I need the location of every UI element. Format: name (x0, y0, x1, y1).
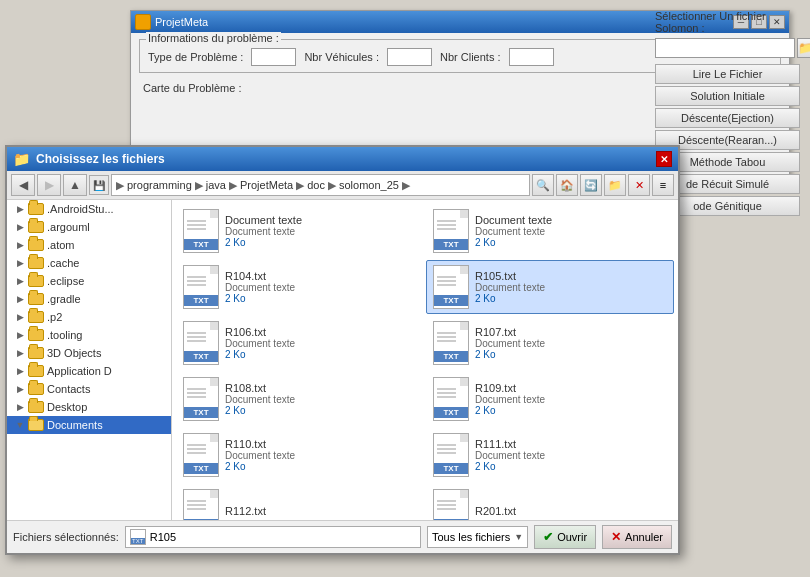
cancel-label: Annuler (625, 531, 663, 543)
nbr-vehicles-label: Nbr Véhicules : (304, 51, 379, 63)
file-icon-r106: TXT (183, 321, 219, 365)
list-item-r104[interactable]: TXT R104.txt Document texte 2 Ko (176, 260, 424, 314)
sidebar-item-argouml[interactable]: ▶ .argouml (7, 218, 171, 236)
main-window-icon (135, 14, 151, 30)
sidebar-item-tooling[interactable]: ▶ .tooling (7, 326, 171, 344)
list-item[interactable]: TXT Document texte Document texte 2 Ko (176, 204, 424, 258)
file-grid: TXT Document texte Document texte 2 Ko T… (176, 204, 674, 520)
selected-file-icon: TXT (130, 529, 146, 545)
path-doc: doc (307, 179, 325, 191)
filter-arrow: ▼ (514, 532, 523, 542)
file-icon-r105: TXT (433, 265, 469, 309)
sidebar-item-3dobjects[interactable]: ▶ 3D Objects (7, 344, 171, 362)
sidebar-item-gradle[interactable]: ▶ .gradle (7, 290, 171, 308)
nbr-vehicles-input[interactable] (387, 48, 432, 66)
forward-btn[interactable]: ▶ (37, 174, 61, 196)
open-button[interactable]: ✔ Ouvrir (534, 525, 596, 549)
list-item-r201[interactable]: TXT R201.txt (426, 484, 674, 520)
browse-folder-btn[interactable]: 📁 (797, 38, 810, 58)
file-icon-r201: TXT (433, 489, 469, 520)
home-btn[interactable]: 🏠 (556, 174, 578, 196)
path-java: java (206, 179, 226, 191)
sidebar-item-contacts[interactable]: ▶ Contacts (7, 380, 171, 398)
file-icon-r109: TXT (433, 377, 469, 421)
dialog-bottom: Fichiers sélectionnés: TXT R105 Tous les… (7, 520, 678, 553)
file-icon-r104: TXT (183, 265, 219, 309)
file-icon-r110: TXT (183, 433, 219, 477)
main-window-title: ProjetMeta (155, 16, 208, 28)
list-item-r108[interactable]: TXT R108.txt Document texte 2 Ko (176, 372, 424, 426)
file-dialog-title: Choisissez les fichiers (36, 152, 165, 166)
file-icon: TXT (433, 209, 469, 253)
folder-icon (28, 347, 44, 359)
right-panel-label: Sélectionner Un fichier Solomon : (655, 10, 800, 34)
dialog-toolbar: ◀ ▶ ▲ 💾 ▶ programming ▶ java ▶ ProjetMet… (7, 171, 678, 200)
sidebar-item-eclipse[interactable]: ▶ .eclipse (7, 272, 171, 290)
solomon-file-input[interactable] (655, 38, 795, 58)
type-input[interactable] (251, 48, 296, 66)
lire-fichier-btn[interactable]: Lire Le Fichier (655, 64, 800, 84)
back-btn[interactable]: ◀ (11, 174, 35, 196)
problem-legend: Informations du problème : (146, 32, 281, 44)
up-btn[interactable]: ▲ (63, 174, 87, 196)
view-btn[interactable]: ≡ (652, 174, 674, 196)
list-item[interactable]: TXT Document texte Document texte 2 Ko (426, 204, 674, 258)
folder-icon-open (28, 419, 44, 431)
list-item-r106[interactable]: TXT R106.txt Document texte 2 Ko (176, 316, 424, 370)
list-item-r111[interactable]: TXT R111.txt Document texte 2 Ko (426, 428, 674, 482)
filter-label: Tous les fichiers (432, 531, 510, 543)
list-item-r112[interactable]: TXT R112.txt (176, 484, 424, 520)
path-solomon25: solomon_25 (339, 179, 399, 191)
folder-icon (28, 329, 44, 341)
file-icon-r111: TXT (433, 433, 469, 477)
folder-icon (28, 311, 44, 323)
path-bar: ▶ programming ▶ java ▶ ProjetMeta ▶ doc … (111, 174, 530, 196)
new-folder-btn[interactable]: 📁 (604, 174, 626, 196)
selected-file-display[interactable]: TXT R105 (125, 526, 421, 548)
sidebar: ▶ .AndroidStu... ▶ .argouml ▶ .atom ▶ .c… (7, 200, 172, 520)
folder-icon (28, 239, 44, 251)
dialog-close-btn[interactable]: ✕ (656, 151, 672, 167)
list-item-r110[interactable]: TXT R110.txt Document texte 2 Ko (176, 428, 424, 482)
solution-initiale-btn[interactable]: Solution Initiale (655, 86, 800, 106)
search-btn[interactable]: 🔍 (532, 174, 554, 196)
folder-icon (28, 293, 44, 305)
refresh-btn[interactable]: 🔄 (580, 174, 602, 196)
check-icon: ✔ (543, 530, 553, 544)
descente-ejection-btn[interactable]: Déscente(Ejection) (655, 108, 800, 128)
x-icon: ✕ (611, 530, 621, 544)
nbr-clients-label: Nbr Clients : (440, 51, 501, 63)
filter-dropdown[interactable]: Tous les fichiers ▼ (427, 526, 528, 548)
sidebar-item-atom[interactable]: ▶ .atom (7, 236, 171, 254)
sidebar-item-application[interactable]: ▶ Application D (7, 362, 171, 380)
file-dialog-titlebar: 📁 Choisissez les fichiers ✕ (7, 147, 678, 171)
folder-icon (28, 383, 44, 395)
folder-icon (28, 275, 44, 287)
folder-icon (28, 221, 44, 233)
folder-icon (28, 365, 44, 377)
delete-btn[interactable]: ✕ (628, 174, 650, 196)
file-icon-r108: TXT (183, 377, 219, 421)
list-item-r105[interactable]: TXT R105.txt Document texte 2 Ko (426, 260, 674, 314)
open-label: Ouvrir (557, 531, 587, 543)
type-label: Type de Problème : (148, 51, 243, 63)
sidebar-item-p2[interactable]: ▶ .p2 (7, 308, 171, 326)
sidebar-item-androidstudio[interactable]: ▶ .AndroidStu... (7, 200, 171, 218)
selected-file-name: R105 (150, 531, 176, 543)
file-grid-area: TXT Document texte Document texte 2 Ko T… (172, 200, 678, 520)
list-item-r107[interactable]: TXT R107.txt Document texte 2 Ko (426, 316, 674, 370)
file-icon: TXT (183, 209, 219, 253)
path-projetmeta: ProjetMeta (240, 179, 293, 191)
drive-icon: 💾 (89, 175, 109, 195)
list-item-r109[interactable]: TXT R109.txt Document texte 2 Ko (426, 372, 674, 426)
file-dialog: 📁 Choisissez les fichiers ✕ ◀ ▶ ▲ 💾 ▶ pr… (5, 145, 680, 555)
file-icon-r107: TXT (433, 321, 469, 365)
cancel-button[interactable]: ✕ Annuler (602, 525, 672, 549)
dialog-main: ▶ .AndroidStu... ▶ .argouml ▶ .atom ▶ .c… (7, 200, 678, 520)
folder-icon (28, 203, 44, 215)
sidebar-item-desktop[interactable]: ▶ Desktop (7, 398, 171, 416)
path-programming: programming (127, 179, 192, 191)
nbr-clients-input[interactable] (509, 48, 554, 66)
sidebar-item-documents[interactable]: ▼ Documents (7, 416, 171, 434)
sidebar-item-cache[interactable]: ▶ .cache (7, 254, 171, 272)
